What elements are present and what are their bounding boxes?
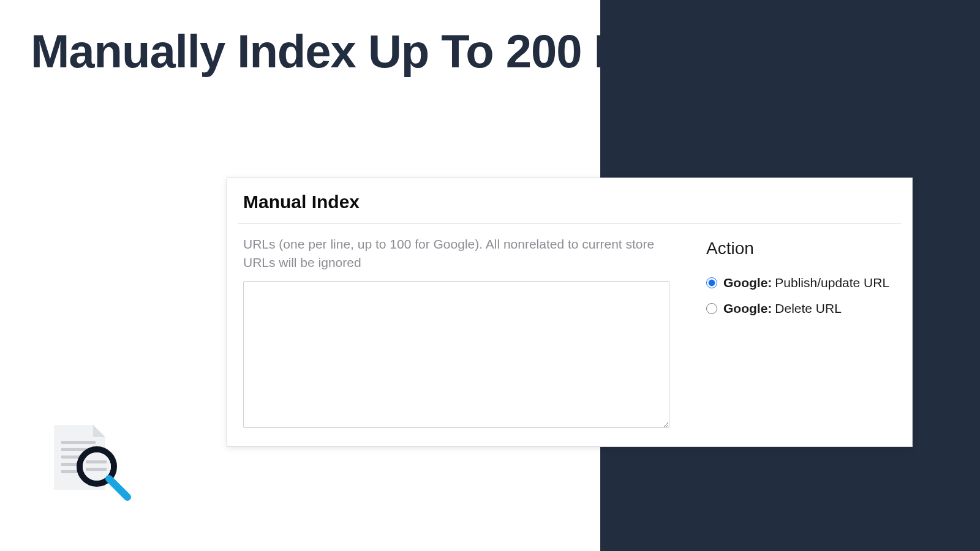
urls-textarea[interactable]: [243, 281, 669, 428]
radio-option-delete[interactable]: Google: Delete URL: [706, 301, 896, 316]
card-title: Manual Index: [227, 178, 912, 223]
action-column: Action Google: Publish/update URL Google…: [706, 235, 896, 430]
action-heading: Action: [706, 239, 896, 258]
svg-rect-8: [86, 468, 107, 471]
radio-delete-input[interactable]: [706, 303, 717, 314]
radio-provider-label: Google:: [723, 301, 772, 316]
svg-rect-7: [86, 460, 107, 463]
document-search-icon: [49, 422, 135, 514]
card-body: URLs (one per line, up to 100 for Google…: [227, 235, 912, 446]
radio-provider-label: Google:: [723, 276, 772, 290]
page-headline: Manually Index Up To 200 Pages At Once: [31, 24, 913, 78]
svg-line-9: [109, 479, 127, 497]
urls-instructions: URLs (one per line, up to 100 for Google…: [243, 235, 669, 272]
urls-column: URLs (one per line, up to 100 for Google…: [243, 235, 669, 430]
svg-rect-0: [61, 441, 96, 444]
manual-index-card: Manual Index URLs (one per line, up to 1…: [227, 178, 913, 447]
radio-publish-input[interactable]: [706, 277, 717, 288]
radio-option-publish[interactable]: Google: Publish/update URL: [706, 276, 896, 290]
divider: [238, 223, 901, 224]
radio-action-label: Publish/update URL: [775, 276, 889, 290]
radio-action-label: Delete URL: [775, 301, 842, 316]
